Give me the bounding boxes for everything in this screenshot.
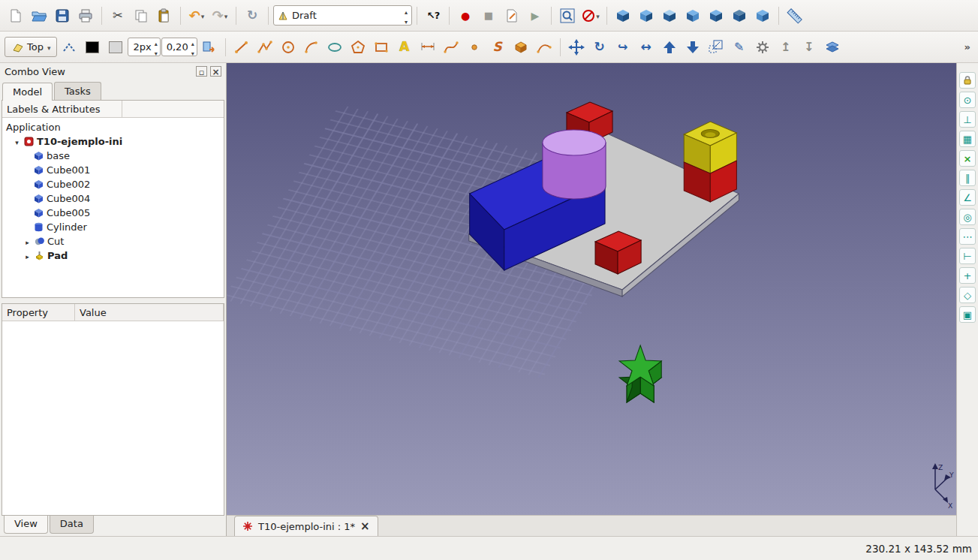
view-top-button[interactable] — [658, 5, 681, 27]
view-rear-button[interactable] — [705, 5, 727, 27]
text-scale-spinner[interactable] — [191, 38, 194, 57]
tree-item[interactable]: Cube001 — [2, 163, 224, 177]
draft-arc-button[interactable] — [300, 36, 323, 59]
purple-cylinder[interactable] — [543, 130, 606, 199]
face-color-button[interactable] — [104, 36, 127, 59]
whats-this-button[interactable] — [422, 5, 444, 27]
view-axonometric-button[interactable] — [612, 5, 634, 27]
macro-play-button[interactable] — [524, 5, 546, 27]
tree-item[interactable]: Cut — [2, 234, 224, 248]
text-scale-spinbox[interactable]: 0,20 — [161, 38, 197, 56]
macro-edit-button[interactable] — [501, 5, 523, 27]
snap-special-button[interactable]: ◇ — [959, 287, 976, 303]
box-zoom-button[interactable] — [556, 5, 579, 27]
property-table-body[interactable] — [2, 321, 224, 515]
draft-bspline-button[interactable] — [440, 36, 462, 59]
expand-arrow-icon[interactable] — [23, 236, 32, 246]
draft-point-button[interactable] — [463, 36, 486, 59]
paste-button[interactable] — [153, 5, 176, 27]
tab-data[interactable]: Data — [50, 516, 94, 534]
tree-item[interactable]: Pad — [2, 248, 224, 263]
draft-to-sketch-button[interactable] — [775, 36, 797, 59]
draft-offset-button[interactable] — [612, 36, 634, 59]
draft-downgrade-button[interactable] — [682, 36, 704, 59]
panel-close-button[interactable] — [210, 66, 221, 77]
clipping-plane-button[interactable] — [579, 5, 602, 27]
snap-grid-button[interactable]: ▦ — [959, 131, 976, 147]
draft-rotate-button[interactable] — [588, 36, 611, 59]
macro-record-button[interactable] — [454, 5, 477, 27]
snap-ortho-button[interactable]: ⋯ — [959, 228, 976, 245]
workbench-selector-spinner[interactable] — [405, 6, 408, 26]
tab-model[interactable]: Model — [2, 83, 53, 101]
panel-float-button[interactable] — [196, 66, 207, 77]
draft-edit-button[interactable] — [728, 36, 751, 59]
tab-view[interactable]: View — [4, 516, 48, 534]
macro-stop-button[interactable] — [477, 5, 500, 27]
draft-trimex-button[interactable] — [635, 36, 658, 59]
view-bottom-button[interactable] — [728, 5, 751, 27]
draft-scale-button[interactable] — [705, 36, 727, 59]
expand-arrow-icon[interactable] — [13, 137, 21, 146]
workbench-selector[interactable]: Draft — [273, 5, 412, 26]
line-width-spinner[interactable] — [155, 38, 158, 57]
view-front-button[interactable] — [635, 5, 658, 27]
draft-layer-button[interactable] — [821, 36, 844, 59]
view-right-button[interactable] — [682, 5, 704, 27]
tree-item[interactable]: base — [2, 149, 224, 163]
draft-facebinder-button[interactable] — [510, 36, 532, 59]
snap-working-plane-button[interactable]: ▣ — [959, 306, 976, 323]
line-color-button[interactable] — [81, 36, 104, 59]
draft-line-button[interactable] — [230, 36, 253, 59]
measure-button[interactable] — [784, 5, 806, 27]
sketch-to-draft-button[interactable] — [798, 36, 820, 59]
tree-item-document[interactable]: T10-ejemplo-ini — [2, 134, 224, 149]
toolbar-overflow-button[interactable]: » — [961, 41, 973, 53]
save-button[interactable] — [51, 5, 74, 27]
yellow-red-tower[interactable] — [684, 122, 736, 202]
working-plane-button[interactable]: Top — [5, 37, 57, 57]
line-width-spinbox[interactable]: 2px — [128, 38, 160, 56]
draft-subelement-button[interactable] — [751, 36, 774, 59]
draft-shapestring-button[interactable] — [486, 36, 509, 59]
draft-rectangle-button[interactable] — [370, 36, 393, 59]
snap-near-button[interactable]: + — [959, 267, 976, 284]
draft-circle-button[interactable] — [277, 36, 299, 59]
snap-lock-button[interactable] — [959, 72, 976, 89]
refresh-button[interactable] — [241, 5, 263, 27]
3d-viewport[interactable]: Z Y X — [227, 63, 956, 515]
3d-scene[interactable]: Z Y X — [227, 63, 956, 515]
document-tab-close-icon[interactable] — [360, 521, 370, 532]
chevron-down-icon[interactable] — [201, 11, 205, 20]
apply-style-button[interactable] — [198, 36, 221, 59]
toggle-construction-button[interactable] — [58, 36, 80, 59]
view-left-button[interactable] — [751, 5, 774, 27]
chevron-down-icon[interactable] — [596, 11, 600, 20]
draft-text-button[interactable] — [393, 36, 416, 59]
redo-button[interactable] — [209, 5, 231, 27]
open-button[interactable] — [28, 5, 50, 27]
draft-dimension-button[interactable] — [417, 36, 439, 59]
tree-item[interactable]: Cube005 — [2, 206, 224, 220]
snap-midpoint-button[interactable]: ⊥ — [959, 111, 976, 128]
draft-ellipse-button[interactable] — [323, 36, 346, 59]
print-button[interactable] — [74, 5, 97, 27]
snap-parallel-button[interactable]: ∥ — [959, 170, 976, 186]
snap-endpoint-button[interactable]: ⊙ — [959, 92, 976, 108]
undo-button[interactable] — [185, 5, 208, 27]
document-tab[interactable]: T10-ejemplo-ini : 1* — [234, 516, 378, 536]
draft-move-button[interactable] — [565, 36, 588, 59]
cut-button[interactable] — [107, 5, 129, 27]
draft-bezier-button[interactable] — [533, 36, 555, 59]
snap-extension-button[interactable]: ⊢ — [959, 248, 976, 264]
tree-item-application[interactable]: Application — [2, 120, 224, 134]
draft-upgrade-button[interactable] — [658, 36, 681, 59]
draft-polygon-button[interactable] — [347, 36, 369, 59]
snap-intersection-button[interactable]: × — [959, 150, 976, 167]
snap-center-button[interactable]: ◎ — [959, 209, 976, 225]
tree-item[interactable]: Cube002 — [2, 177, 224, 191]
copy-button[interactable] — [130, 5, 152, 27]
chevron-down-icon[interactable] — [224, 11, 228, 20]
expand-arrow-icon[interactable] — [23, 251, 32, 260]
snap-angle-button[interactable]: ∠ — [959, 189, 976, 206]
